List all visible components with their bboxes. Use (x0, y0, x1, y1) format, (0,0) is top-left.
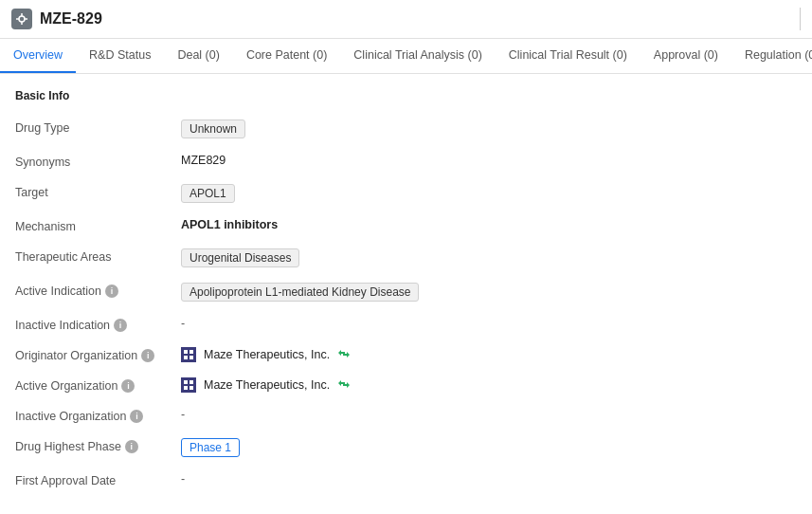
field-row: MechanismAPOL1 inhibitors (15, 211, 797, 241)
field-value: - (181, 472, 797, 486)
field-label: Inactive Organizationi (15, 408, 181, 423)
field-label: Active Indicationi (15, 283, 181, 298)
field-label: Inactive Indicationi (15, 317, 181, 332)
external-link-icon[interactable] (337, 378, 351, 392)
field-dash: - (181, 317, 185, 330)
field-value: Maze Therapeutics, Inc. (181, 377, 797, 393)
field-row: Therapeutic AreasUrogenital Diseases (15, 241, 797, 275)
tab-clinical-trial-analysis[interactable]: Clinical Trial Analysis (0) (340, 39, 495, 73)
info-icon[interactable]: i (125, 440, 138, 453)
page-content: Basic Info Drug TypeUnknownSynonymsMZE82… (0, 74, 812, 506)
field-row: Active IndicationiApolipoprotein L1-medi… (15, 275, 797, 309)
org-name: Maze Therapeutics, Inc. (204, 378, 330, 392)
field-row: Drug TypeUnknown (15, 112, 797, 146)
field-value: Phase 1 (181, 438, 797, 457)
field-label: Synonyms (15, 154, 181, 169)
field-value: Apolipoprotein L1-mediated Kidney Diseas… (181, 283, 797, 302)
org-name: Maze Therapeutics, Inc. (204, 348, 330, 361)
info-icon[interactable]: i (114, 319, 127, 332)
field-row: Active OrganizationiMaze Therapeutics, I… (15, 370, 797, 400)
field-row: SynonymsMZE829 (15, 146, 797, 176)
field-label: First Approval Date (15, 472, 181, 487)
info-icon[interactable]: i (130, 410, 143, 423)
tab-deal[interactable]: Deal (0) (164, 39, 232, 73)
field-label: Active Organizationi (15, 377, 181, 393)
svg-rect-15 (184, 386, 188, 390)
section-title: Basic Info (15, 89, 797, 102)
org-logo (181, 347, 196, 362)
field-row: Drug Highest PhaseiPhase 1 (15, 431, 797, 465)
field-value: APOL1 inhibitors (181, 218, 797, 231)
tab-clinical-trial-result[interactable]: Clinical Trial Result (0) (496, 39, 641, 73)
svg-rect-13 (184, 380, 188, 384)
nav-tabs: OverviewR&D StatusDeal (0)Core Patent (0… (0, 39, 812, 74)
field-label: Originator Organizationi (15, 347, 181, 362)
info-icon[interactable]: i (141, 349, 154, 362)
svg-rect-5 (181, 347, 196, 362)
field-label: Drug Type (15, 119, 181, 135)
field-value: Urogenital Diseases (181, 248, 797, 267)
field-value: - (181, 408, 797, 421)
field-value: - (181, 317, 797, 330)
field-dash: - (181, 472, 185, 486)
org-logo (181, 377, 196, 393)
page-header: MZE-829 (0, 0, 812, 39)
info-icon[interactable]: i (105, 285, 118, 298)
field-row: First Approval Date- (15, 465, 797, 495)
field-row: Inactive Organizationi- (15, 400, 797, 431)
page-title: MZE-829 (40, 10, 102, 28)
field-label: Target (15, 184, 181, 199)
field-value: MZE829 (181, 154, 797, 167)
field-label: Mechanism (15, 218, 181, 233)
field-value: Maze Therapeutics, Inc. (181, 347, 797, 362)
tab-regulation[interactable]: Regulation (0) (731, 39, 812, 73)
field-badge[interactable]: APOL1 (181, 184, 235, 203)
external-link-icon[interactable] (337, 348, 351, 361)
field-text: MZE829 (181, 154, 226, 167)
field-label: Drug Highest Phasei (15, 438, 181, 453)
tab-core-patent[interactable]: Core Patent (0) (233, 39, 340, 73)
molecule-icon (11, 9, 32, 29)
tab-approval[interactable]: Approval (0) (641, 39, 731, 73)
svg-rect-6 (184, 350, 188, 354)
tab-overview[interactable]: Overview (0, 39, 76, 73)
field-dash: - (181, 408, 185, 421)
field-label: Therapeutic Areas (15, 248, 181, 264)
field-row: Inactive Indicationi- (15, 309, 797, 340)
info-icon[interactable]: i (121, 379, 135, 393)
svg-point-0 (19, 16, 25, 22)
fields-container: Drug TypeUnknownSynonymsMZE829TargetAPOL… (15, 112, 797, 495)
svg-rect-14 (189, 380, 193, 384)
svg-rect-12 (181, 377, 196, 393)
field-row: TargetAPOL1 (15, 176, 797, 211)
svg-rect-9 (189, 356, 193, 359)
field-bold-value: APOL1 inhibitors (181, 218, 278, 231)
header-divider (800, 8, 801, 30)
svg-rect-16 (189, 386, 193, 390)
field-badge[interactable]: Urogenital Diseases (181, 248, 299, 267)
field-row: Originator OrganizationiMaze Therapeutic… (15, 340, 797, 370)
tab-r&d-status[interactable]: R&D Status (76, 39, 164, 73)
field-value: Unknown (181, 119, 797, 138)
svg-rect-8 (184, 356, 188, 359)
field-badge-outlined[interactable]: Phase 1 (181, 438, 240, 457)
field-badge[interactable]: Unknown (181, 119, 245, 138)
field-badge[interactable]: Apolipoprotein L1-mediated Kidney Diseas… (181, 283, 419, 302)
field-value: APOL1 (181, 184, 797, 203)
svg-rect-7 (189, 350, 193, 354)
